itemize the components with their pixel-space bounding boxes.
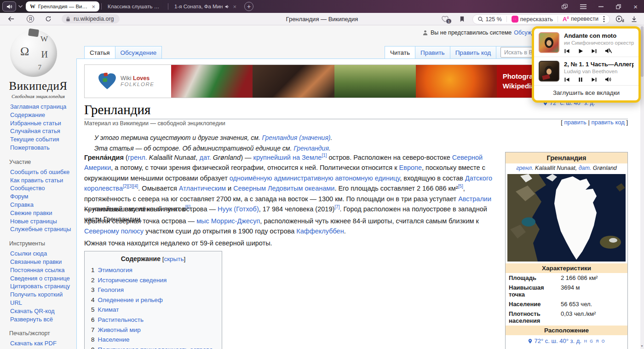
inline-link[interactable]: [1] — [322, 153, 327, 158]
inline-link[interactable]: Каффеклуббен — [296, 227, 344, 235]
next-track-icon[interactable] — [591, 48, 597, 54]
toc-item[interactable]: 8Население — [91, 335, 215, 345]
inline-link[interactable]: править код — [591, 119, 624, 126]
downloads-button[interactable] — [631, 16, 638, 23]
inline-link[interactable]: Нуук (Готхоб) — [218, 205, 259, 213]
translate-button[interactable]: Aб перевести — [563, 16, 598, 23]
sidebar-item-forum[interactable]: Форум — [10, 192, 75, 201]
sidebar-item-what-links-here[interactable]: Ссылки сюда — [10, 250, 75, 258]
toc-link[interactable]: Исторические сведения — [98, 277, 167, 284]
more-options-button[interactable] — [603, 16, 605, 23]
toc-link[interactable]: Оледенение и рельеф — [98, 297, 163, 303]
tab-close-icon[interactable]: × — [233, 4, 236, 10]
tab-audio-icon[interactable] — [225, 5, 230, 9]
sidebar-item-featured[interactable]: Избранные статьи — [10, 119, 75, 128]
sidebar-item-related-changes[interactable]: Связанные правки — [10, 258, 75, 266]
play-icon[interactable] — [578, 48, 583, 54]
inline-link[interactable]: крупнейший на Земле — [253, 154, 322, 161]
wikipedia-globe-logo[interactable]: Ω W И 7 — [10, 30, 57, 77]
sidebar-item-how-to-edit[interactable]: Как править статьи — [10, 176, 75, 185]
inline-link[interactable]: Атлантическим — [179, 185, 226, 192]
inline-link[interactable]: одноимённую административную автономную … — [230, 174, 400, 182]
toc-link[interactable]: Население — [98, 336, 130, 343]
tab-article[interactable]: Статья — [84, 46, 115, 58]
inline-link[interactable]: мыс Моррис-Джесуп — [196, 217, 260, 225]
tab-classical-music[interactable]: Классика слушать онлайн — [104, 1, 166, 12]
mute-all-tabs-button[interactable]: Заглушить все вкладки — [534, 85, 638, 100]
inline-link[interactable]: дат. — [579, 165, 592, 171]
next-track-icon[interactable] — [591, 77, 597, 82]
toc-link[interactable]: Растительность — [98, 316, 144, 323]
inline-link[interactable]: Гренландия (значения) — [262, 134, 331, 141]
infobox-coordinates[interactable]: 72° с. ш. 40° з. д. H G Я O — [506, 335, 627, 347]
toc-item[interactable]: 7Животный мир — [91, 325, 215, 335]
toc-link[interactable]: Политическая принадлежность острова — [98, 346, 213, 349]
tab-edit-source[interactable]: Править код — [450, 46, 497, 58]
sidebar-item-random[interactable]: Случайная статья — [10, 127, 75, 135]
tab-list-chevron[interactable] — [18, 5, 23, 8]
zoom-level-button[interactable]: 125 % — [477, 16, 501, 23]
sidebar-item-donate[interactable]: Пожертвовать — [10, 144, 75, 152]
sidebar-item-help[interactable]: Справка — [10, 201, 75, 209]
greenland-satellite-image[interactable] — [507, 174, 626, 262]
speaker-on-icon[interactable] — [605, 76, 612, 82]
toc-link[interactable]: Этимология — [98, 267, 132, 273]
tab-wikipedia[interactable]: W Гренландия — Википед × — [26, 1, 99, 12]
toc-link[interactable]: Климат — [98, 306, 119, 313]
inline-link[interactable]: [2][3][4] — [123, 184, 138, 189]
sidebar-item-special-pages[interactable]: Служебные страницы — [10, 225, 75, 233]
inline-link[interactable]: [7] — [334, 204, 339, 209]
inline-link[interactable]: Австралии — [458, 195, 491, 203]
toc-item[interactable]: 5Климат — [91, 305, 215, 315]
browser-sound-button[interactable] — [2, 1, 16, 12]
new-tab-button[interactable]: + — [244, 2, 253, 11]
sidebar-item-new-pages[interactable]: Новые страницы — [10, 217, 75, 226]
scrollbar-down-arrow[interactable]: ▼ — [640, 344, 644, 348]
inline-link[interactable]: Северному полюсу — [84, 227, 144, 235]
inline-link[interactable]: [5] — [458, 184, 463, 189]
inline-link[interactable]: Северным Ледовитым океанами — [233, 185, 334, 192]
inline-link[interactable]: гренл. — [128, 154, 147, 161]
reactions-button[interactable]: 1 — [441, 16, 449, 23]
sidebar-item-expand-all[interactable]: Развернуть всё — [10, 315, 75, 324]
sidebar-item-community[interactable]: Сообщество — [10, 184, 75, 192]
sidebar-item-permanent-link[interactable]: Постоянная ссылка — [10, 266, 75, 274]
previous-track-icon[interactable] — [564, 77, 570, 82]
sidebar-item-page-info[interactable]: Сведения о странице — [10, 274, 75, 283]
restore-button[interactable] — [615, 4, 621, 10]
tab-read[interactable]: Читать — [385, 46, 415, 58]
inline-link[interactable]: Европе — [399, 164, 422, 171]
muted-speaker-icon[interactable] — [605, 48, 612, 54]
inline-link[interactable]: гренл. — [516, 165, 533, 171]
toc-link[interactable]: Геология — [98, 286, 124, 293]
scrollbar[interactable]: ▼ — [640, 25, 644, 349]
bookmark-button[interactable] — [459, 16, 465, 23]
toc-hide-toggle[interactable]: [скрыть] — [162, 256, 186, 262]
tab-discussion[interactable]: Обсуждение — [115, 46, 162, 58]
sidebar-item-contents[interactable]: Содержание — [10, 111, 75, 119]
sidebar-item-cite-page[interactable]: Цитировать страницу — [10, 282, 75, 291]
inline-link[interactable]: править — [564, 119, 586, 126]
back-button[interactable] — [7, 16, 15, 22]
url-field[interactable]: ru.wikipedia.org — [62, 14, 120, 23]
previous-track-icon[interactable] — [564, 48, 570, 54]
media-player-button[interactable] — [615, 15, 624, 23]
geohack-links[interactable]: H G Я O — [584, 339, 606, 343]
sidebar-item-short-url[interactable]: Получить короткий URL — [10, 291, 75, 307]
toc-link[interactable]: Животный мир — [98, 326, 141, 333]
toc-item[interactable]: 1Этимология — [91, 265, 215, 275]
inline-link[interactable]: дат. — [199, 154, 211, 161]
yandex-search-icon[interactable]: Я — [27, 15, 34, 23]
reload-button[interactable] — [45, 16, 52, 22]
menu-button[interactable] — [580, 4, 586, 9]
sidebar-item-recent-changes[interactable]: Свежие правки — [10, 209, 75, 217]
wikipedia-wordmark[interactable]: ВикипедиЯ — [0, 80, 76, 93]
pause-icon[interactable] — [578, 77, 583, 82]
sidebar-item-download-pdf[interactable]: Скачать как PDF — [10, 339, 75, 348]
sidebar-item-main-page[interactable]: Заглавная страница — [10, 103, 75, 111]
toc-item[interactable]: 2Исторические сведения — [91, 275, 215, 285]
toc-item[interactable]: 9Политическая принадлежность острова — [91, 345, 215, 349]
retell-button[interactable]: ·· пересказать — [512, 16, 553, 23]
inline-link[interactable]: скрыть — [164, 256, 184, 262]
sidebar-item-current-events[interactable]: Текущие события — [10, 135, 75, 144]
